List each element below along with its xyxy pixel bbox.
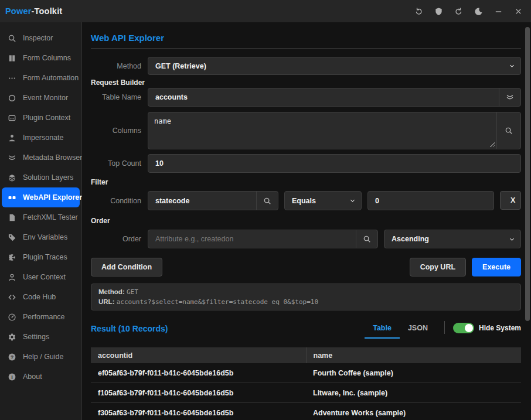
resize-grip[interactable]	[489, 142, 495, 147]
database-icon	[8, 153, 16, 162]
sidebar-item-env-variables[interactable]: Env Variables	[2, 227, 80, 247]
scrollbar-thumb[interactable]	[525, 27, 530, 321]
puzzle-icon	[8, 253, 16, 262]
sidebar-item-user-context[interactable]: User Context	[2, 267, 80, 287]
order-label: Order	[91, 235, 141, 243]
remove-condition-button[interactable]: X	[500, 191, 521, 210]
method-row: Method GET (Retrieve)	[91, 57, 521, 75]
table-name-label: Table Name	[91, 93, 141, 101]
columns-icon	[8, 54, 16, 63]
preview-url-line: URL: accounts?$select=name&$filter=state…	[98, 297, 513, 307]
sidebar-item-label: Metadata Browser	[23, 153, 82, 162]
circle-icon	[8, 94, 16, 103]
sidebar-item-code-hub[interactable]: Code Hub	[2, 287, 80, 307]
minimize-button[interactable]	[493, 6, 504, 17]
condition-attribute-input[interactable]	[148, 192, 256, 210]
preview-method-value: GET	[127, 288, 138, 296]
top-count-row: Top Count	[91, 154, 521, 173]
undo-button[interactable]	[413, 6, 424, 17]
result-title: Result (10 Records)	[91, 324, 365, 339]
sidebar-item-plugin-traces[interactable]: Plugin Traces	[2, 247, 80, 267]
cell-accountid: f105af63-b79f-f011-b41c-6045bde16d5b	[91, 383, 306, 403]
table-row[interactable]: f105af63-b79f-f011-b41c-6045bde16d5bLitw…	[91, 383, 521, 403]
layers-icon	[8, 173, 16, 182]
condition-operator-select[interactable]: Equals	[284, 191, 362, 210]
shield-icon	[434, 7, 443, 16]
divider	[91, 48, 521, 49]
sidebar-item-performance[interactable]: Performance	[2, 307, 80, 327]
columns-textarea[interactable]: name	[148, 112, 496, 149]
sidebar-item-inspector[interactable]: Inspector	[2, 28, 80, 48]
hide-system-label: Hide System	[479, 324, 521, 332]
condition-value-group	[367, 191, 494, 210]
sidebar-item-impersonate[interactable]: Impersonate	[2, 128, 80, 148]
sidebar-item-form-automation[interactable]: Form Automation	[2, 68, 80, 88]
sidebar-item-help-guide[interactable]: ?Help / Guide	[2, 347, 80, 367]
execute-button[interactable]: Execute	[472, 258, 521, 276]
code-icon	[8, 293, 16, 302]
gear-icon	[8, 333, 16, 342]
order-attribute-input[interactable]	[148, 230, 356, 248]
request-preview: Method: GET URL: accounts?$select=name&$…	[91, 284, 521, 310]
sidebar-item-metadata-browser[interactable]: Metadata Browser	[2, 148, 80, 168]
sidebar-item-label: Env Variables	[23, 233, 67, 241]
sidebar-item-fetchxml-tester[interactable]: FetchXML Tester	[2, 207, 80, 227]
columns-search-button[interactable]	[496, 112, 520, 149]
sidebar-item-settings[interactable]: Settings	[2, 327, 80, 347]
sidebar-item-label: Code Hub	[23, 293, 56, 301]
condition-search-button[interactable]	[256, 192, 278, 210]
table-name-browse-button[interactable]	[499, 88, 520, 106]
method-label: Method	[91, 62, 141, 70]
result-tabs: TableJSON	[365, 321, 436, 339]
sidebar-item-about[interactable]: iAbout	[2, 367, 80, 387]
search-icon	[505, 127, 513, 135]
cell-name: Fourth Coffee (sample)	[306, 363, 521, 383]
actions-row: Add Condition Copy URL Execute	[91, 258, 521, 276]
sidebar-item-label: Inspector	[23, 34, 53, 42]
close-button[interactable]	[513, 6, 524, 17]
condition-value-input[interactable]	[368, 192, 493, 210]
main-content: Web API Explorer Method GET (Retrieve) R…	[82, 22, 531, 420]
sidebar-item-label: About	[23, 373, 42, 381]
table-name-input[interactable]	[148, 88, 499, 106]
method-select[interactable]: GET (Retrieve)	[148, 57, 521, 75]
add-condition-button[interactable]: Add Condition	[91, 258, 162, 276]
cell-accountid: f305af63-b79f-f011-b41c-6045bde16d5b	[91, 403, 306, 420]
sidebar-item-plugin-context[interactable]: Plugin Context	[2, 108, 80, 128]
sidebar-item-label: Settings	[23, 333, 49, 341]
sidebar-item-webapi-explorer[interactable]: WebAPI Explorer	[2, 187, 80, 207]
sidebar-item-form-columns[interactable]: Form Columns	[2, 48, 80, 68]
order-direction-select[interactable]: Ascending	[384, 230, 521, 248]
condition-label: Condition	[91, 197, 141, 205]
search-icon	[363, 235, 371, 243]
sidebar-item-event-monitor[interactable]: Event Monitor	[2, 88, 80, 108]
moon-button[interactable]	[473, 6, 484, 17]
chevron-down-icon	[349, 197, 356, 204]
refresh-button[interactable]	[453, 6, 464, 17]
hide-system-toggle[interactable]	[453, 323, 474, 333]
main-scrollbar[interactable]	[525, 27, 530, 416]
copy-url-button[interactable]: Copy URL	[410, 258, 466, 276]
order-search-button[interactable]	[356, 230, 377, 248]
sidebar: InspectorForm ColumnsForm AutomationEven…	[0, 22, 82, 420]
sidebar-item-label: Solution Layers	[23, 173, 73, 182]
columns-label: Columns	[91, 127, 141, 135]
sidebar-item-label: Form Automation	[23, 74, 79, 82]
tab-json[interactable]: JSON	[400, 321, 436, 339]
order-direction-value: Ascending	[392, 235, 429, 243]
shield-button[interactable]	[433, 6, 444, 17]
top-count-label: Top Count	[91, 159, 141, 168]
sidebar-item-label: Help / Guide	[23, 353, 63, 361]
user-icon	[8, 273, 16, 282]
titlebar: Power-Toolkit	[0, 0, 531, 22]
table-row[interactable]: ef05af63-b79f-f011-b41c-6045bde16d5bFour…	[91, 363, 521, 383]
file-icon	[8, 213, 16, 222]
help-icon: ?	[8, 353, 16, 361]
sidebar-item-label: User Context	[23, 273, 66, 281]
result-table: accountidname ef05af63-b79f-f011-b41c-60…	[91, 347, 521, 420]
sidebar-item-solution-layers[interactable]: Solution Layers	[2, 168, 80, 187]
top-count-input[interactable]	[148, 155, 520, 172]
tab-table[interactable]: Table	[365, 321, 400, 339]
svg-text:i: i	[11, 374, 12, 380]
table-row[interactable]: f305af63-b79f-f011-b41c-6045bde16d5bAdve…	[91, 403, 521, 420]
